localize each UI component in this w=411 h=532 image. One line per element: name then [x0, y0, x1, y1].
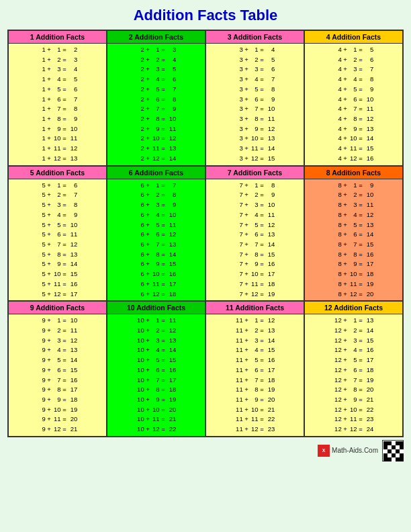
equals-sign: =	[160, 316, 167, 326]
addend2: 8	[349, 114, 357, 124]
plus-sign: +	[46, 85, 53, 95]
plus-sign: +	[144, 230, 152, 240]
addend1: 2	[136, 85, 144, 95]
equals-sign: =	[259, 375, 266, 386]
list-item: 12 + 5 = 17	[305, 355, 402, 365]
list-item: 6 + 2 = 8	[107, 190, 205, 200]
result: 14	[265, 336, 275, 346]
list-item: 9 + 6 = 15	[9, 365, 106, 375]
addend1: 1	[38, 55, 46, 65]
addend2: 1	[53, 316, 61, 326]
result: 8	[167, 190, 176, 200]
result: 6	[364, 55, 373, 65]
plus-sign: +	[243, 395, 250, 405]
list-item: 9 + 8 = 17	[9, 385, 106, 395]
list-item: 11 + 5 = 16	[206, 355, 304, 365]
addend1: 8	[334, 250, 342, 260]
plus-sign: +	[342, 181, 349, 191]
equals-sign: =	[160, 85, 167, 95]
addend1: 3	[235, 45, 243, 55]
addend2: 6	[152, 95, 160, 105]
plus-sign: +	[342, 55, 349, 65]
addend2: 5	[53, 85, 61, 95]
result: 6	[265, 64, 275, 75]
addend2: 7	[349, 240, 357, 250]
equals-sign: =	[160, 395, 167, 405]
plus-sign: +	[243, 375, 250, 386]
list-item: 8 + 1 = 9	[305, 181, 402, 191]
addend1: 10	[136, 316, 144, 326]
equals-sign: =	[61, 220, 68, 230]
plus-sign: +	[342, 355, 349, 365]
addend2: 9	[53, 395, 61, 405]
result: 10	[167, 210, 176, 220]
addend2: 4	[53, 75, 61, 85]
addend2: 9	[152, 124, 160, 134]
result: 11	[68, 134, 77, 144]
list-item: 2 + 8 = 10	[107, 114, 205, 124]
equals-sign: =	[61, 200, 68, 210]
list-item: 5 + 12 = 17	[9, 290, 106, 300]
list-item: 7 + 9 = 16	[206, 259, 304, 269]
addend1: 1	[38, 114, 46, 124]
result: 13	[167, 240, 176, 250]
equals-sign: =	[61, 269, 68, 279]
plus-sign: +	[46, 279, 53, 290]
addend1: 10	[136, 385, 144, 395]
section-2-body: 2 + 1 = 3 2 + 2 = 4 2 + 3 = 5 2 + 4 = 6 …	[107, 44, 205, 165]
plus-sign: +	[144, 154, 152, 164]
addend2: 3	[250, 336, 259, 346]
addend2: 11	[250, 144, 259, 154]
addend2: 10	[349, 269, 357, 279]
addend2: 10	[152, 405, 160, 415]
list-item: 5 + 6 = 11	[9, 230, 106, 240]
table-row-1: 1 Addition Facts 1 + 1 = 2 1 + 2 = 3 1 +…	[9, 31, 402, 167]
equals-sign: =	[259, 250, 266, 260]
result: 14	[364, 230, 373, 240]
list-item: 6 + 8 = 14	[107, 250, 205, 260]
addend1: 5	[38, 181, 46, 191]
equals-sign: =	[357, 200, 365, 210]
result: 17	[364, 355, 373, 365]
result: 17	[364, 259, 373, 269]
result: 16	[364, 154, 373, 164]
equals-sign: =	[259, 85, 266, 95]
result: 11	[265, 210, 275, 220]
list-item: 11 + 6 = 17	[206, 365, 304, 375]
list-item: 5 + 5 = 10	[9, 220, 106, 230]
plus-sign: +	[144, 355, 152, 365]
addend2: 6	[152, 230, 160, 240]
plus-sign: +	[144, 210, 152, 220]
list-item: 7 + 6 = 13	[206, 230, 304, 240]
list-item: 11 + 2 = 13	[206, 326, 304, 336]
addend2: 11	[250, 279, 259, 290]
addend1: 12	[334, 385, 342, 395]
addend1: 3	[235, 64, 243, 75]
equals-sign: =	[61, 190, 68, 200]
addend1: 8	[334, 240, 342, 250]
addend2: 9	[250, 124, 259, 134]
addend1: 12	[334, 414, 342, 425]
addend1: 11	[235, 414, 243, 425]
addend1: 7	[235, 259, 243, 269]
equals-sign: =	[259, 104, 266, 114]
equals-sign: =	[160, 425, 167, 435]
equals-sign: =	[357, 95, 365, 105]
plus-sign: +	[342, 414, 349, 425]
result: 11	[167, 316, 176, 326]
plus-sign: +	[144, 414, 152, 425]
equals-sign: =	[61, 95, 68, 105]
section-9: 9 Addition Facts 9 + 1 = 10 9 + 2 = 11 9…	[9, 302, 107, 436]
plus-sign: +	[46, 55, 53, 65]
addend2: 3	[53, 64, 61, 75]
addend2: 12	[250, 425, 259, 435]
plus-sign: +	[46, 154, 53, 164]
list-item: 1 + 5 = 6	[9, 85, 106, 95]
plus-sign: +	[144, 240, 152, 250]
result: 12	[265, 316, 275, 326]
plus-sign: +	[144, 114, 152, 124]
addend2: 3	[152, 336, 160, 346]
equals-sign: =	[259, 230, 266, 240]
equals-sign: =	[61, 414, 68, 425]
plus-sign: +	[243, 190, 250, 200]
